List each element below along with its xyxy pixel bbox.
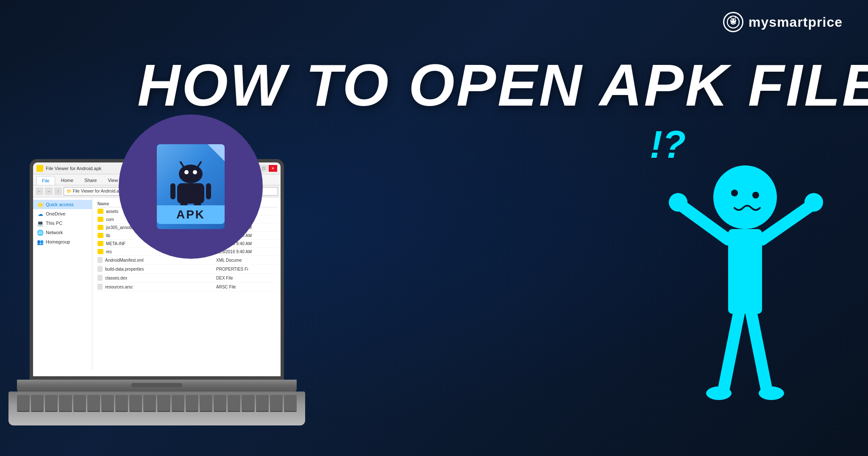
tab-share[interactable]: Share [79, 176, 102, 185]
network-icon: 🌐 [37, 229, 43, 235]
file-name: build-data.properties [105, 267, 144, 271]
svg-rect-12 [170, 183, 175, 199]
sidebar-homegroup-label: Homegroup [46, 239, 70, 244]
thispc-icon: 💻 [37, 220, 43, 226]
sidebar-quickaccess-label: Quick access [46, 202, 73, 207]
android-robot-svg [170, 159, 212, 205]
file-name: META-INF [106, 241, 125, 246]
file-name: assets [106, 209, 118, 214]
file-date: ARSC File [216, 285, 275, 289]
file-row[interactable]: classes.dex DEX File [96, 274, 277, 283]
file-row[interactable]: resources.arsc ARSC File [96, 283, 277, 291]
title-folder-icon [36, 165, 43, 172]
up-button[interactable]: ↑ [54, 187, 62, 195]
homegroup-icon: 👥 [37, 239, 43, 245]
brand-icon [723, 12, 743, 32]
svg-point-24 [706, 386, 732, 400]
file-date: XML Docume [216, 258, 275, 263]
back-button[interactable]: ← [36, 187, 43, 195]
svg-line-23 [751, 314, 766, 388]
laptop-keyboard [8, 392, 305, 425]
sidebar-item-quickaccess[interactable]: ⭐ Quick access [33, 200, 92, 209]
svg-point-8 [179, 165, 203, 183]
file-date: DEX File [216, 276, 275, 280]
apk-text-label: APK [157, 205, 225, 224]
svg-rect-11 [177, 183, 204, 204]
laptop-base [17, 380, 297, 392]
close-button[interactable]: ✕ [269, 165, 277, 172]
svg-point-10 [193, 170, 197, 174]
svg-point-17 [731, 190, 738, 196]
folder-icon [97, 241, 103, 246]
folder-icon [97, 249, 103, 254]
apk-icon-inner: APK [157, 144, 225, 229]
sidebar-item-onedrive[interactable]: ☁ OneDrive [33, 209, 92, 218]
sidebar-network-label: Network [46, 230, 63, 235]
headline-container: HOW TO OPEN APK FILE [137, 51, 731, 120]
tab-file[interactable]: File [36, 176, 55, 185]
apk-icon-circle: APK [119, 115, 263, 259]
svg-line-22 [724, 314, 739, 388]
file-icon [97, 266, 103, 272]
svg-point-18 [752, 192, 759, 199]
main-headline: HOW TO OPEN APK FILE [137, 51, 731, 120]
forward-button[interactable]: → [45, 187, 53, 195]
window-title: File Viewer for Android.apk [46, 166, 101, 171]
stick-figure-svg [656, 151, 834, 448]
file-name: com [106, 217, 114, 222]
sidebar-item-thispc[interactable]: 💻 This PC [33, 218, 92, 228]
svg-rect-13 [206, 183, 211, 199]
file-name: classes.dex [105, 276, 127, 280]
folder-icon [97, 209, 103, 214]
svg-point-3 [734, 20, 735, 21]
svg-point-25 [759, 386, 784, 400]
path-text: 📁 File Viewer for Android.apk > [67, 189, 127, 193]
brand-logo: mysmartprice [723, 12, 843, 32]
svg-point-2 [732, 20, 733, 21]
svg-point-1 [730, 18, 736, 23]
tab-home[interactable]: Home [56, 176, 78, 185]
svg-point-26 [669, 193, 687, 212]
brand-name: mysmartprice [748, 14, 843, 30]
svg-point-16 [713, 165, 777, 229]
svg-point-9 [184, 170, 189, 174]
sidebar-thispc-label: This PC [46, 221, 62, 226]
sidebar-item-network[interactable]: 🌐 Network [33, 228, 92, 237]
apk-file-document: APK [157, 144, 225, 229]
sidebar-onedrive-label: OneDrive [46, 211, 65, 216]
file-date: PROPERTIES Fi [216, 267, 275, 271]
file-name: resources.arsc [105, 285, 133, 289]
file-name: res [106, 249, 112, 254]
file-name: AndroidManifest.xml [105, 258, 144, 263]
folder-icon [97, 225, 103, 230]
sidebar-item-homegroup[interactable]: 👥 Homegroup [33, 237, 92, 246]
file-row[interactable]: build-data.properties PROPERTIES Fi [96, 265, 277, 274]
quickaccess-icon: ⭐ [37, 201, 43, 207]
svg-point-27 [804, 193, 823, 212]
svg-line-5 [735, 17, 736, 18]
file-name: lib [106, 233, 110, 238]
file-icon [97, 257, 103, 263]
file-icon [97, 284, 103, 290]
folder-icon [97, 233, 103, 238]
onedrive-icon: ☁ [37, 211, 43, 217]
file-icon [97, 275, 103, 281]
question-marks: !? [650, 123, 686, 185]
folder-icon [97, 217, 103, 222]
svg-line-4 [730, 17, 732, 18]
sidebar: ⭐ Quick access ☁ OneDrive 💻 This PC � [33, 197, 92, 370]
keyboard-keys [17, 395, 297, 412]
